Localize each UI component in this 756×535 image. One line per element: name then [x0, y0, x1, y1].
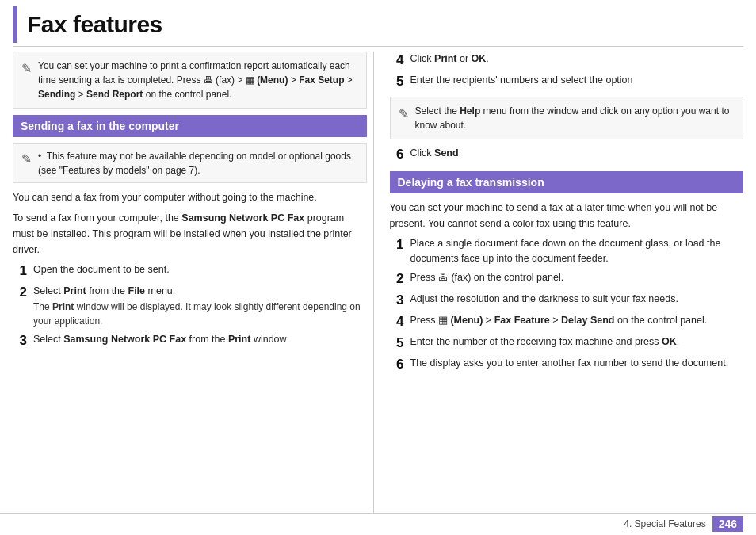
note-box-3: ✎ Select the Help menu from the window a…: [390, 97, 744, 139]
steps-left: 1 Open the document to be sent. 2 Select…: [13, 262, 367, 350]
steps-right-step6: 6 Click Send.: [390, 146, 744, 163]
body-text-3: You can set your machine to send a fax a…: [390, 200, 744, 231]
step-content-5: Enter the recipients' numbers and select…: [410, 73, 744, 88]
step-content-6: Click Send.: [410, 146, 744, 161]
delay-step-num-5: 5: [390, 334, 404, 352]
step-2-sub: The Print window will be displayed. It m…: [33, 300, 367, 328]
steps-right-top: 4 Click Print or OK. 5 Enter the recipie…: [390, 52, 744, 90]
step-5-text: Enter the recipients' numbers and select…: [410, 75, 633, 86]
section-1-title: Sending a fax in the computer: [21, 120, 179, 132]
delay-step-3: 3 Adjust the resolution and the darkness…: [390, 292, 744, 309]
step-num-6: 6: [390, 146, 404, 163]
step-1: 1 Open the document to be sent.: [13, 262, 367, 280]
note-box-1: ✎ You can set your machine to print a co…: [13, 52, 367, 109]
delay-step-num-3: 3: [390, 292, 404, 309]
delay-step-2: 2 Press 🖷 (fax) on the control panel.: [390, 270, 744, 288]
delay-step-num-1: 1: [390, 236, 404, 254]
step-4: 4 Click Print or OK.: [390, 52, 744, 69]
delay-step-6-text: The display asks you to enter another fa…: [410, 357, 729, 369]
delay-step-content-1: Place a single document face down on the…: [410, 236, 744, 266]
step-4-text: Click Print or OK.: [410, 53, 489, 64]
menu-icon-inline: ▦: [246, 75, 254, 86]
step-content-3: Select Samsung Network PC Fax from the P…: [33, 332, 367, 347]
note-icon-1: ✎: [21, 59, 32, 78]
delay-step-num-4: 4: [390, 313, 404, 331]
fax-icon-inline: 🖷: [204, 75, 213, 86]
body-text-2: To send a fax from your computer, the Sa…: [13, 210, 367, 258]
delay-step-content-4: Press ▦ (Menu) > Fax Feature > Delay Sen…: [410, 313, 744, 328]
right-column: 4 Click Print or OK. 5 Enter the recipie…: [387, 52, 744, 513]
step-num-1: 1: [13, 262, 27, 280]
delay-step-content-6: The display asks you to enter another fa…: [410, 356, 744, 371]
footer-label: 4. Special Features: [624, 518, 705, 529]
left-column: ✎ You can set your machine to print a co…: [13, 52, 374, 513]
step-num-5: 5: [390, 73, 404, 90]
step-5: 5 Enter the recipients' numbers and sele…: [390, 73, 744, 90]
page-number: 246: [712, 516, 743, 532]
step-6: 6 Click Send.: [390, 146, 744, 163]
step-num-4: 4: [390, 52, 404, 69]
step-3-text: Select Samsung Network PC Fax from the P…: [33, 334, 287, 345]
section-header-1: Sending a fax in the computer: [13, 115, 367, 137]
delay-step-4-text: Press ▦ (Menu) > Fax Feature > Delay Sen…: [410, 315, 708, 326]
main-content: ✎ You can set your machine to print a co…: [0, 52, 756, 513]
step-1-text: Open the document to be sent.: [33, 264, 170, 275]
step-3: 3 Select Samsung Network PC Fax from the…: [13, 332, 367, 350]
page-title: Fax features: [27, 11, 743, 38]
section-2-title: Delaying a fax transmission: [398, 176, 544, 189]
note-text-3: Select the Help menu from the window and…: [415, 104, 735, 132]
delay-step-4: 4 Press ▦ (Menu) > Fax Feature > Delay S…: [390, 313, 744, 331]
section-header-2: Delaying a fax transmission: [390, 171, 744, 193]
delay-step-5-text: Enter the number of the receiving fax ma…: [410, 336, 680, 347]
header-divider: [13, 46, 743, 47]
delay-step-1-text: Place a single document face down on the…: [410, 238, 721, 264]
delay-step-1: 1 Place a single document face down on t…: [390, 236, 744, 266]
note-text-1: You can set your machine to print a conf…: [38, 59, 358, 101]
note-box-2: ✎ • This feature may not be available de…: [13, 143, 367, 183]
note-text-2: • This feature may not be available depe…: [38, 149, 358, 178]
page-header: Fax features: [13, 6, 743, 43]
note-icon-3: ✎: [399, 105, 409, 124]
body-text-1: You can send a fax from your computer wi…: [13, 189, 367, 205]
step-content-4: Click Print or OK.: [410, 52, 744, 67]
delay-step-2-text: Press 🖷 (fax) on the control panel.: [410, 272, 564, 283]
page: Fax features ✎ You can set your machine …: [0, 0, 756, 535]
delay-step-num-2: 2: [390, 270, 404, 288]
delay-step-3-text: Adjust the resolution and the darkness t…: [410, 293, 678, 304]
delay-step-num-6: 6: [390, 356, 404, 373]
delay-step-6: 6 The display asks you to enter another …: [390, 356, 744, 373]
delay-step-5: 5 Enter the number of the receiving fax …: [390, 334, 744, 352]
page-footer: 4. Special Features 246: [0, 513, 756, 535]
step-num-2: 2: [13, 284, 27, 301]
step-6-text: Click Send.: [410, 147, 462, 159]
delay-step-content-3: Adjust the resolution and the darkness t…: [410, 292, 744, 307]
step-2: 2 Select Print from the File menu. The P…: [13, 284, 367, 328]
step-content-1: Open the document to be sent.: [33, 262, 367, 277]
delay-step-content-5: Enter the number of the receiving fax ma…: [410, 334, 744, 350]
steps-delay: 1 Place a single document face down on t…: [390, 236, 744, 373]
delay-step-content-2: Press 🖷 (fax) on the control panel.: [410, 270, 744, 285]
step-content-2: Select Print from the File menu. The Pri…: [33, 284, 367, 328]
note-icon-2: ✎: [21, 150, 32, 169]
step-2-text: Select Print from the File menu.: [33, 285, 175, 296]
step-num-3: 3: [13, 332, 27, 350]
